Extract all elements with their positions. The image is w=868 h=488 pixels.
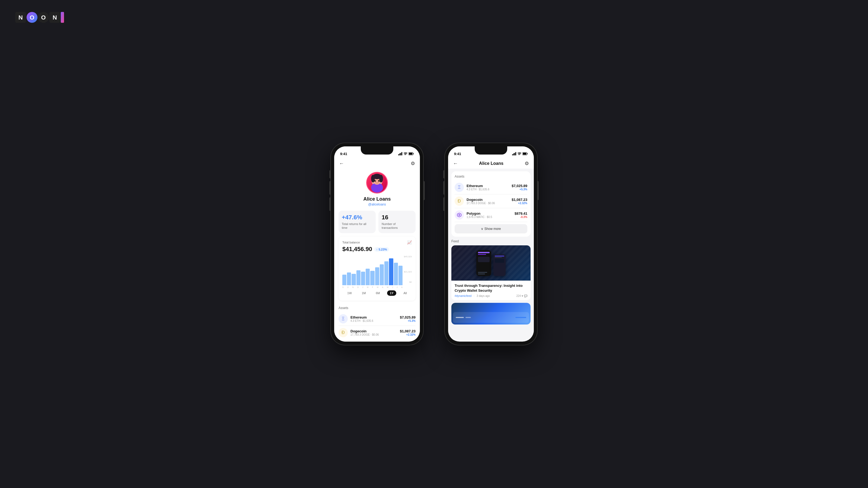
phone1-asset-eth: Ξ Ethereum 4.3 ETH · $1,635.6 $7,025.89 … <box>339 312 415 326</box>
eth-icon: Ξ <box>339 314 348 323</box>
mockup-bar-3 <box>478 272 487 273</box>
svg-rect-11 <box>400 153 401 155</box>
feed-article-1-dot: · <box>474 294 474 297</box>
avatar-image <box>367 173 387 193</box>
doge-change: +2.32% <box>400 333 415 336</box>
phone-1: 9:41 <box>331 143 423 345</box>
eth-info: Ethereum 4.3 ETH · $1,635.6 <box>350 315 397 322</box>
chart-icon[interactable]: 📈 <box>407 240 412 245</box>
tablet-bar-2 <box>495 257 502 258</box>
svg-rect-8 <box>61 12 64 23</box>
phone2-nav: ← Alice Loans ⚙ <box>448 158 534 169</box>
transactions-value: 16 <box>382 214 412 221</box>
svg-text:O: O <box>30 14 34 21</box>
doge-sub: 17,783.3 DOGE · $0.06 <box>350 333 397 336</box>
p2-polygon-sub: 1,578.3 MATIC · $0.5 <box>467 216 512 219</box>
chart-bar-5 <box>361 272 365 285</box>
period-1w[interactable]: 1W <box>344 290 354 296</box>
svg-point-23 <box>378 180 380 182</box>
phone1-gear-button[interactable]: ⚙ <box>411 161 415 166</box>
p2-doge-value: $1,087.23 <box>512 198 527 202</box>
balance-change: ↑ 5.23% <box>374 247 389 252</box>
p2-doge-sub: 17,783.3 DOGE · $0.06 <box>467 202 509 205</box>
feed-article-1-headline: Trust through Transparency: Insight into… <box>455 283 527 293</box>
period-1y[interactable]: 1Y <box>387 290 396 296</box>
heart-icon[interactable]: ♥ <box>522 294 523 297</box>
phone2-back-button[interactable]: ← <box>453 161 458 166</box>
x-label-a: A <box>382 286 383 288</box>
feed-section: Feed <box>452 239 531 325</box>
p2-asset-doge: Ð Dogecoin 17,783.3 DOGE · $0.06 $1,087.… <box>455 194 527 208</box>
returns-card: +47.6% Total returns for all time <box>339 210 376 233</box>
chart-x-labels: S O N D J M F M A M J J A <box>342 286 412 288</box>
show-more-button[interactable]: ∨ Show more <box>455 224 527 233</box>
phone1-status-icons <box>398 152 414 155</box>
chart-bar-13 <box>399 266 403 285</box>
phone2-gear-button[interactable]: ⚙ <box>525 161 529 166</box>
p2-polygon-name: Polygon <box>467 212 512 216</box>
p2-eth-info: Ethereum 4.3 ETH · $1,635.6 <box>467 184 509 191</box>
profile-handle: @aliceloans <box>368 202 386 206</box>
mockup-bar-4 <box>478 273 485 274</box>
feed-article-1-likes: 224 ♥ 💬 <box>516 294 527 297</box>
svg-text:N: N <box>53 14 57 21</box>
eth-change: +5.3% <box>400 319 415 322</box>
p2-asset-eth: Ξ Ethereum 4.3 ETH · $1,635.6 $7,025.89 … <box>455 181 527 194</box>
bottom-padding <box>448 327 534 333</box>
p2-doge-name: Dogecoin <box>467 198 509 202</box>
svg-rect-28 <box>514 153 515 155</box>
mockup-bar-1 <box>478 252 490 253</box>
balance-label: Total balance <box>342 241 360 244</box>
phone1-notch <box>361 147 393 155</box>
polygon-svg <box>457 213 462 218</box>
svg-rect-12 <box>401 152 402 155</box>
feed-article-2-image <box>452 303 531 325</box>
svg-rect-15 <box>413 153 414 154</box>
chart-high-label: $45,323 <box>404 255 412 258</box>
article-2-ui-element <box>453 312 529 323</box>
transactions-card: 16 Number of transactions <box>378 210 415 233</box>
phone2-title: Alice Loans <box>479 161 503 166</box>
avatar-ring <box>366 172 388 194</box>
phone2-scroll-content: Assets Ξ Ethereum 4.3 ETH · $1,635.6 $7,… <box>448 169 534 340</box>
comment-icon[interactable]: 💬 <box>524 294 527 297</box>
phone1-back-button[interactable]: ← <box>339 161 344 166</box>
phone1-assets-title: Assets <box>339 306 415 310</box>
feed-article-1[interactable]: Trust through Transparency: Insight into… <box>452 246 531 300</box>
p2-doge-price: $1,087.23 +2.32% <box>512 198 527 205</box>
balance-amount: $41,456.90 <box>342 246 372 253</box>
period-6m[interactable]: 6M <box>373 290 382 296</box>
phone1-screen: 9:41 <box>334 147 420 341</box>
svg-rect-26 <box>512 154 513 155</box>
p2-polygon-info: Polygon 1,578.3 MATIC · $0.5 <box>467 212 512 219</box>
p2-eth-name: Ethereum <box>467 184 509 188</box>
chart-bar-2 <box>347 272 351 285</box>
p2-eth-price: $7,025.89 +5.3% <box>512 184 527 191</box>
p2-doge-icon: Ð <box>455 197 464 206</box>
feed-article-2[interactable] <box>452 303 531 325</box>
x-label-d: D <box>357 286 359 288</box>
balance-chart: $45,323 $21,323 $0 <box>342 255 412 288</box>
p2-doge-change: +2.32% <box>512 202 527 205</box>
chart-low-label: $0 <box>409 281 412 283</box>
doge-value: $1,087.23 <box>400 329 415 333</box>
feed-title: Feed <box>452 239 531 243</box>
p2-signal-icon <box>512 152 517 155</box>
period-all[interactable]: All <box>401 290 409 296</box>
phone1-nav: ← ⚙ <box>334 158 420 169</box>
period-selector: 1W 1M 6M 1Y All <box>342 288 412 297</box>
chart-bar-11[interactable] <box>389 258 393 285</box>
svg-rect-10 <box>399 154 400 155</box>
svg-point-33 <box>458 214 460 216</box>
phone1-scroll-content: Alice Loans @aliceloans +47.6% Total ret… <box>334 169 420 341</box>
feed-article-1-tag: #dynamicfeed <box>455 294 471 297</box>
doge-icon: Ð <box>339 328 348 337</box>
svg-point-21 <box>379 175 383 183</box>
x-label-j: J <box>362 286 364 288</box>
stats-row: +47.6% Total returns for all time 16 Num… <box>334 210 420 236</box>
eth-value: $7,025.89 <box>400 315 415 319</box>
svg-point-24 <box>375 180 376 181</box>
svg-rect-31 <box>523 153 527 155</box>
signal-icon <box>398 152 403 155</box>
period-1m[interactable]: 1M <box>359 290 368 296</box>
